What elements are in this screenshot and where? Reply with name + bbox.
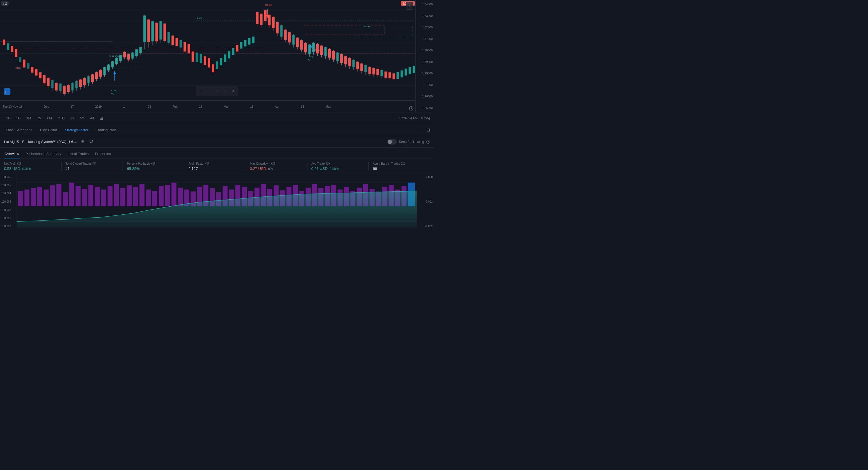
- svg-text:CHoCH: CHoCH: [111, 55, 119, 58]
- avg-trade-label: Avg Trade: [311, 162, 325, 165]
- svg-rect-24: [19, 57, 22, 62]
- timeframe-1m[interactable]: 1M: [24, 115, 33, 121]
- svg-rect-214: [389, 72, 391, 78]
- tab-trading-panel[interactable]: Trading Panel: [93, 126, 121, 134]
- net-profit-help-icon[interactable]: ⓘ: [18, 161, 21, 166]
- svg-rect-158: [280, 25, 283, 37]
- svg-rect-58: [87, 76, 90, 83]
- subtab-performance-summary[interactable]: Performance Summary: [25, 150, 62, 158]
- svg-rect-269: [140, 184, 145, 206]
- maximize-panel-button[interactable]: ⊡: [425, 127, 431, 133]
- total-trades-help-icon[interactable]: ⓘ: [93, 161, 96, 166]
- timeframe-6m[interactable]: 6M: [45, 115, 54, 121]
- svg-rect-136: [240, 42, 242, 49]
- zoom-in-button[interactable]: +: [205, 87, 213, 95]
- subtab-overview[interactable]: Overview: [4, 150, 20, 158]
- equity-chart: 100.006 100.005 100.004 100.003 100.002 …: [0, 174, 434, 229]
- svg-rect-212: [384, 71, 387, 78]
- price-label: 1.25000: [417, 106, 433, 110]
- avg-bars-label: Avg # Bars in Trades: [373, 162, 400, 165]
- deep-backtesting-toggle[interactable]: [387, 139, 397, 145]
- minimize-panel-button[interactable]: −: [418, 127, 423, 133]
- svg-rect-112: [192, 51, 194, 62]
- tab-pine-editor[interactable]: Pine Editor: [37, 126, 60, 134]
- timeframe-3m[interactable]: 3M: [34, 115, 43, 121]
- tab-stock-screener[interactable]: Stock Screener ▾: [3, 126, 36, 134]
- price-label: 1.34000: [417, 3, 433, 6]
- expand-chart-button[interactable]: »: [406, 2, 413, 10]
- profit-factor-label: Profit Factor: [188, 162, 205, 165]
- stock-screener-label: Stock Screener: [6, 128, 30, 132]
- svg-rect-64: [99, 70, 102, 77]
- svg-marker-68: [114, 71, 116, 74]
- time-label: Apr: [275, 105, 279, 108]
- svg-rect-146: [256, 12, 258, 24]
- time-label: 14: [123, 105, 126, 108]
- compare-button[interactable]: ⊞: [97, 115, 105, 122]
- metric-percent-profitable: Percent Profitable ⓘ 65.85%: [123, 161, 184, 171]
- svg-rect-275: [178, 187, 183, 206]
- avg-trade-help-icon[interactable]: ⓘ: [326, 161, 330, 166]
- svg-rect-48: [67, 85, 69, 92]
- dropdown-arrow-icon: ▾: [31, 128, 32, 131]
- svg-rect-200: [361, 63, 363, 71]
- time-label: Mar: [224, 105, 229, 108]
- svg-rect-76: [119, 55, 122, 61]
- total-trades-label: Total Closed Trades: [66, 162, 92, 165]
- svg-rect-80: [127, 54, 130, 59]
- svg-text:Long: Long: [111, 89, 117, 92]
- max-drawdown-label: Max Drawdown: [250, 162, 270, 165]
- metrics-row: Net Profit ⓘ 0.58 USD 0.01% Total Closed…: [0, 158, 434, 174]
- strategy-refresh-button[interactable]: [88, 138, 94, 145]
- svg-rect-257: [63, 192, 68, 206]
- svg-rect-256: [57, 184, 62, 206]
- timeframe-all[interactable]: All: [88, 115, 96, 121]
- timeframe-1y[interactable]: 1Y: [68, 115, 76, 121]
- svg-rect-261: [88, 185, 93, 206]
- profit-factor-help-icon[interactable]: ⓘ: [206, 161, 209, 166]
- reset-button[interactable]: ↺: [229, 87, 237, 95]
- net-profit-label: Net Profit: [4, 162, 16, 165]
- subtab-list-of-trades[interactable]: List of Trades: [67, 150, 89, 158]
- svg-rect-84: [135, 50, 138, 56]
- subtab-properties[interactable]: Properties: [94, 150, 111, 158]
- deep-backtesting-help-icon[interactable]: ?: [426, 140, 430, 144]
- svg-rect-202: [365, 65, 367, 72]
- candlestick-chart: BOS BOS CHoCH CHoCH CHoCH+ Short Long +2…: [0, 0, 415, 100]
- svg-rect-90: [148, 20, 150, 42]
- avg-bars-help-icon[interactable]: ⓘ: [401, 161, 405, 166]
- timeframe-ytd[interactable]: YTD: [55, 115, 67, 121]
- y-label-right: -0.001: [419, 200, 433, 203]
- timeframe-5y[interactable]: 5Y: [78, 115, 86, 121]
- deep-backtesting-area: Deep Backtesting ?: [387, 139, 430, 145]
- svg-rect-128: [224, 54, 226, 62]
- zoom-out-button[interactable]: −: [197, 87, 205, 95]
- svg-rect-106: [180, 40, 182, 48]
- percent-profitable-value: 65.85%: [127, 167, 180, 171]
- svg-rect-114: [195, 53, 198, 62]
- time-label: Dec: [44, 105, 49, 108]
- timeframe-1d[interactable]: 1D: [4, 115, 13, 121]
- svg-rect-102: [172, 36, 174, 45]
- metric-max-drawdown: Max Drawdown ⓘ 0.27 USD 0%: [246, 161, 307, 171]
- svg-rect-132: [232, 48, 235, 55]
- svg-rect-220: [401, 70, 403, 77]
- current-time-display: 02:02:34 AM (UTC-5): [400, 116, 430, 120]
- goto-realtime-icon[interactable]: [409, 106, 414, 111]
- timeframe-5d[interactable]: 5D: [14, 115, 23, 121]
- svg-rect-86: [140, 48, 142, 53]
- price-label: 1.28000: [417, 72, 433, 75]
- chart-zoom-controls: − + ‹ › ↺: [196, 86, 238, 96]
- scroll-right-button[interactable]: ›: [221, 87, 229, 95]
- svg-rect-134: [236, 45, 239, 52]
- scroll-left-button[interactable]: ‹: [213, 87, 221, 95]
- strategy-settings-button[interactable]: [80, 138, 86, 145]
- max-drawdown-help-icon[interactable]: ⓘ: [271, 161, 275, 166]
- percent-profitable-help-icon[interactable]: ⓘ: [151, 161, 155, 166]
- svg-rect-222: [405, 68, 407, 76]
- svg-rect-250: [18, 191, 23, 206]
- tab-strategy-tester[interactable]: Strategy Tester: [62, 126, 91, 134]
- svg-rect-156: [276, 22, 279, 33]
- svg-rect-122: [212, 64, 214, 72]
- price-label: 1.30000: [417, 49, 433, 52]
